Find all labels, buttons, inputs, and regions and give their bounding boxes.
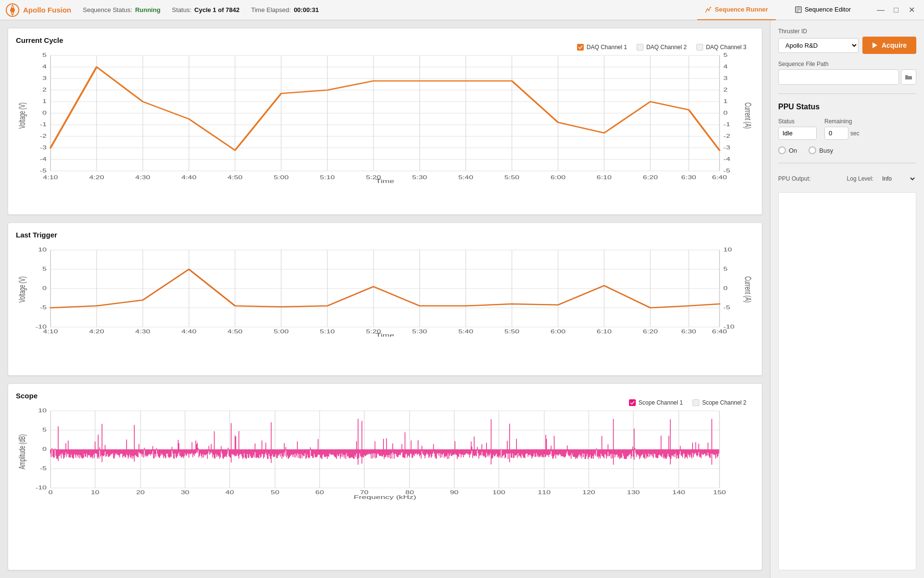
svg-text:5: 5 xyxy=(723,266,728,272)
acquire-button[interactable]: Acquire xyxy=(862,37,916,54)
svg-text:50: 50 xyxy=(271,490,280,495)
svg-text:4:50: 4:50 xyxy=(228,175,243,180)
left-panel: Current Cycle DAQ Channel 1 DAQ Channel … xyxy=(0,20,770,578)
svg-text:-10: -10 xyxy=(36,485,47,490)
svg-text:4:30: 4:30 xyxy=(135,175,150,180)
busy-radio-circle[interactable] xyxy=(808,146,816,154)
svg-text:6:30: 6:30 xyxy=(681,175,696,180)
svg-text:4:10: 4:10 xyxy=(43,175,58,180)
svg-text:0: 0 xyxy=(48,490,52,495)
divider-2 xyxy=(778,163,916,163)
logo-icon xyxy=(6,3,19,17)
svg-text:-3: -3 xyxy=(40,145,47,150)
svg-text:6:10: 6:10 xyxy=(597,329,612,334)
svg-text:-3: -3 xyxy=(723,145,730,150)
svg-text:2: 2 xyxy=(723,87,728,92)
status-value: Cycle 1 of 7842 xyxy=(194,6,240,13)
current-cycle-chart-card: Current Cycle DAQ Channel 1 DAQ Channel … xyxy=(8,28,762,215)
svg-text:Time: Time xyxy=(376,333,394,337)
svg-text:-2: -2 xyxy=(40,133,47,139)
scope-bars xyxy=(51,419,719,464)
svg-text:-1: -1 xyxy=(40,122,47,127)
busy-radio-item[interactable]: Busy xyxy=(808,146,833,154)
svg-text:10: 10 xyxy=(723,247,732,252)
tab-sequence-runner[interactable]: Sequence Runner xyxy=(697,0,776,20)
thruster-section: Thruster ID Apollo R&D Thruster A Thrust… xyxy=(778,28,916,54)
minimize-button[interactable]: — xyxy=(874,3,887,17)
svg-text:60: 60 xyxy=(315,490,324,495)
status-value-input[interactable] xyxy=(778,127,817,140)
busy-radio-label: Busy xyxy=(819,147,833,154)
on-radio-label: On xyxy=(789,147,797,154)
svg-text:-4: -4 xyxy=(40,157,47,162)
last-trigger-header: Last Trigger xyxy=(16,231,754,243)
svg-text:1: 1 xyxy=(42,99,47,104)
svg-text:5:30: 5:30 xyxy=(412,175,427,180)
svg-text:0: 0 xyxy=(42,110,47,116)
svg-text:6:10: 6:10 xyxy=(597,175,612,180)
log-level-group: Log Level: Info Debug Warning Error xyxy=(847,172,916,185)
logo-area: Apollo Fusion xyxy=(6,3,71,17)
svg-text:110: 110 xyxy=(538,490,551,495)
svg-text:5:10: 5:10 xyxy=(320,175,335,180)
svg-text:140: 140 xyxy=(672,490,685,495)
tab-sequence-editor[interactable]: Sequence Editor xyxy=(787,0,859,20)
on-radio-item[interactable]: On xyxy=(778,146,797,154)
time-elapsed: Time Elapsed: 00:00:31 xyxy=(251,6,319,13)
svg-text:Voltage (V): Voltage (V) xyxy=(18,276,27,302)
file-browse-button[interactable] xyxy=(901,69,916,85)
svg-text:6:20: 6:20 xyxy=(643,329,658,334)
app-name: Apollo Fusion xyxy=(23,6,71,14)
thruster-select-row: Apollo R&D Thruster A Thruster B Acquire xyxy=(778,37,916,54)
svg-text:5:10: 5:10 xyxy=(320,329,335,334)
ppu-status-row: Status Remaining sec xyxy=(778,118,916,140)
svg-text:90: 90 xyxy=(450,490,459,495)
svg-text:5:30: 5:30 xyxy=(412,329,427,334)
current-cycle-title: Current Cycle xyxy=(16,36,63,44)
remaining-row: sec xyxy=(824,127,860,140)
thruster-id-group: Thruster ID Apollo R&D Thruster A Thrust… xyxy=(778,28,916,54)
ppu-status-section: PPU Status xyxy=(778,103,916,111)
ppu-output-box xyxy=(778,192,916,570)
svg-text:6:20: 6:20 xyxy=(643,175,658,180)
thruster-id-select[interactable]: Apollo R&D Thruster A Thruster B xyxy=(778,38,859,53)
remaining-value-input[interactable] xyxy=(824,127,848,140)
last-trigger-chart-card: Last Trigger Voltage (V) Current (A) xyxy=(8,223,762,375)
main-content: Current Cycle DAQ Channel 1 DAQ Channel … xyxy=(0,20,924,578)
svg-text:4:40: 4:40 xyxy=(181,175,196,180)
folder-icon xyxy=(905,74,912,80)
svg-text:6:40: 6:40 xyxy=(712,329,727,334)
close-button[interactable]: ✕ xyxy=(905,3,918,17)
status-col-label: Status xyxy=(778,118,817,125)
sequence-file-path-input[interactable] xyxy=(778,69,899,85)
last-trigger-chart-area: Voltage (V) Current (A) xyxy=(16,243,754,338)
svg-text:-5: -5 xyxy=(40,305,47,310)
svg-text:Current (A): Current (A) xyxy=(743,276,752,302)
svg-text:-5: -5 xyxy=(723,305,730,310)
svg-text:-5: -5 xyxy=(40,466,47,471)
on-radio-circle[interactable] xyxy=(778,146,786,154)
remaining-col: Remaining sec xyxy=(824,118,860,140)
current-cycle-header: Current Cycle DAQ Channel 1 DAQ Channel … xyxy=(16,36,754,48)
svg-text:Time: Time xyxy=(376,178,394,183)
svg-text:4:50: 4:50 xyxy=(228,329,243,334)
remaining-unit: sec xyxy=(850,130,860,137)
title-bar: Apollo Fusion Sequence Status: Running S… xyxy=(0,0,924,20)
maximize-button[interactable]: □ xyxy=(889,3,903,17)
svg-text:5:00: 5:00 xyxy=(274,175,289,180)
log-level-select[interactable]: Info Debug Warning Error xyxy=(875,172,916,185)
grid-lines xyxy=(51,55,719,171)
thruster-id-label: Thruster ID xyxy=(778,28,916,35)
sequence-status: Sequence Status: Running xyxy=(83,6,160,13)
svg-text:4:10: 4:10 xyxy=(43,329,58,334)
current-cycle-chart-area: Voltage (V) Current (A) xyxy=(16,48,754,184)
svg-text:5: 5 xyxy=(42,53,47,58)
svg-text:4: 4 xyxy=(42,64,47,69)
svg-text:0: 0 xyxy=(42,286,47,291)
svg-text:4:40: 4:40 xyxy=(181,329,196,334)
svg-text:5: 5 xyxy=(723,53,728,58)
last-trigger-svg: Voltage (V) Current (A) xyxy=(16,243,754,337)
svg-text:Voltage (V): Voltage (V) xyxy=(18,103,27,129)
log-level-label: Log Level: xyxy=(847,175,873,182)
sequence-status-label: Sequence Status: xyxy=(83,6,132,13)
